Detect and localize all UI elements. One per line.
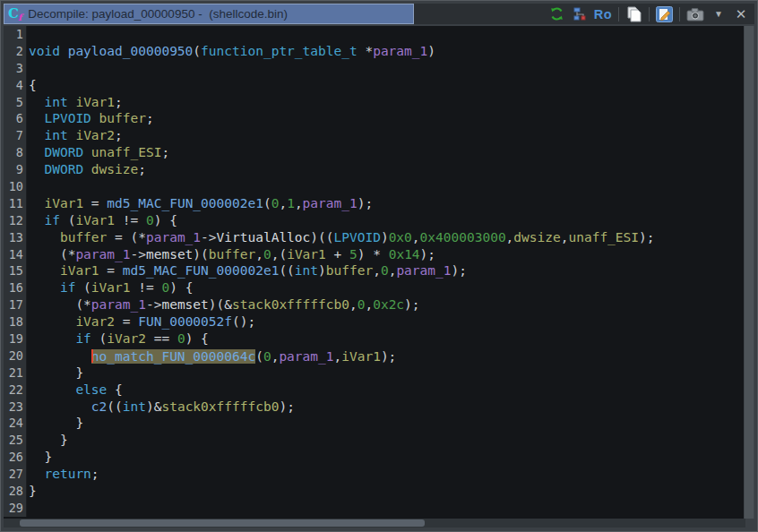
horizontal-scrollbar[interactable] (4, 519, 745, 528)
code-token: buffer (99, 111, 146, 125)
code-line[interactable]: 9 DWORD dwsize; (4, 161, 745, 178)
code-token: } (29, 433, 68, 447)
code-line[interactable]: 22 else { (4, 382, 745, 399)
code-token: iVar1 (91, 280, 131, 295)
code-line[interactable]: 21 } (4, 365, 745, 382)
vertical-scrollbar[interactable] (744, 26, 754, 519)
code-token: , (412, 230, 420, 245)
line-number: 7 (4, 127, 27, 144)
code-token: , (373, 263, 381, 278)
code-token: unaff_ESI (568, 230, 639, 245)
code-token (60, 44, 68, 58)
code-token: )& (146, 399, 161, 414)
code-token (29, 230, 60, 245)
code-token: } (29, 365, 83, 380)
code-line[interactable]: 28} (4, 483, 745, 500)
code-token: int (295, 263, 318, 278)
line-number: 8 (4, 144, 27, 161)
code-token: (( (279, 263, 294, 278)
code-line[interactable]: 11 iVar1 = md5_MAC_FUN_000002e1(0,1,para… (4, 195, 745, 212)
code-token: , (279, 196, 287, 210)
edit-icon[interactable] (656, 5, 673, 23)
code-token: iVar1 (341, 349, 381, 364)
code-line[interactable]: 10 (4, 178, 745, 195)
code-token: , (349, 297, 357, 312)
function-graph-icon[interactable] (572, 5, 588, 23)
code-line[interactable]: 14 (*param_1->memset)(buffer,0,(iVar1 + … (4, 246, 745, 263)
code-line[interactable]: 1 (4, 26, 745, 43)
code-token: iVar1 (75, 213, 115, 227)
line-number: 25 (4, 432, 27, 449)
code-token: * (357, 44, 373, 58)
code-token: 0 (146, 213, 154, 227)
horizontal-scrollbar-thumb[interactable] (20, 519, 425, 527)
code-token: ( (75, 280, 90, 295)
close-icon[interactable]: ✕ (733, 5, 749, 23)
code-line[interactable]: 25 } (4, 432, 745, 449)
code-line[interactable]: 2void payload_00000950(function_ptr_tabl… (4, 43, 745, 60)
code-token: (* (29, 297, 91, 312)
line-number: 4 (4, 77, 27, 94)
readonly-toggle[interactable]: Ro (594, 5, 612, 23)
line-number: 17 (4, 296, 27, 313)
code-line[interactable]: 18 iVar2 = FUN_0000052f(); (4, 313, 745, 330)
code-token: 0x2c (373, 297, 404, 312)
code-line[interactable]: 6 LPVOID buffer; (4, 110, 745, 127)
code-token: function_ptr_table_t (201, 44, 357, 58)
code-token: ); (420, 247, 435, 262)
code-line[interactable]: 4{ (4, 77, 745, 94)
code-token: buffer (209, 247, 255, 262)
code-token (29, 196, 44, 210)
line-number: 14 (4, 246, 27, 263)
snapshot-camera-icon[interactable] (686, 5, 704, 23)
code-token (29, 331, 75, 346)
code-token: ( (91, 331, 107, 346)
code-line[interactable]: 24 } (4, 415, 745, 432)
code-line[interactable]: 16 if (iVar1 != 0) { (4, 279, 745, 296)
code-token (29, 162, 44, 176)
code-token: LPVOID (44, 111, 90, 125)
code-line[interactable]: 13 buffer = (*param_1->VirtualAlloc)((LP… (4, 229, 745, 246)
code-token: ; (146, 111, 154, 125)
code-token: LPVOID (334, 230, 381, 245)
code-line[interactable]: 5 int iVar1; (4, 94, 745, 111)
code-token: int (44, 128, 67, 142)
code-token (83, 145, 91, 159)
chevron-down-icon[interactable]: ▼ (711, 5, 727, 23)
title-active-segment[interactable]: Cf Decompile: payload_00000950 - (shellc… (4, 4, 414, 24)
code-line[interactable]: 20 no_match_FUN_0000064c(0,param_1,iVar1… (4, 348, 745, 365)
code-token: ( (255, 349, 263, 364)
code-line[interactable]: 23 c2((int)&stack0xfffffcb0); (4, 399, 745, 416)
code-line-content: (*param_1->memset)(buffer,0,(iVar1 + 5) … (27, 246, 435, 263)
code-line-content: else { (27, 382, 123, 399)
code-line[interactable]: 17 (*param_1->memset)(&stack0xfffffcb0,0… (4, 296, 745, 313)
code-line[interactable]: 15 iVar1 = md5_MAC_FUN_000002e1((int)buf… (4, 262, 745, 279)
code-token: ) { (185, 331, 209, 346)
line-number: 27 (4, 466, 27, 483)
code-line[interactable]: 3 (4, 60, 745, 77)
code-token: ); (639, 230, 654, 245)
vertical-scrollbar-thumb[interactable] (745, 26, 754, 519)
code-line[interactable]: 8 DWORD unaff_ESI; (4, 144, 745, 161)
code-token: (); (232, 314, 255, 329)
code-line[interactable]: 27 return; (4, 466, 745, 483)
code-line[interactable]: 26 } (4, 449, 745, 466)
code-line[interactable]: 7 int iVar2; (4, 127, 745, 144)
copy-icon[interactable] (625, 5, 642, 23)
decompiler-code-panel[interactable]: 12void payload_00000950(function_ptr_tab… (4, 26, 745, 519)
code-token: 0x0 (389, 230, 412, 245)
code-line[interactable]: 19 if (iVar2 == 0) { (4, 330, 745, 348)
code-token: dwsize (513, 230, 560, 245)
code-line-content: iVar1 = md5_MAC_FUN_000002e1(0,1,param_1… (27, 195, 373, 212)
code-token: iVar2 (75, 128, 115, 142)
code-line-content: (*param_1->memset)(&stack0xfffffcb0,0,0x… (27, 296, 420, 313)
code-token: ; (91, 467, 99, 481)
code-token: { (107, 382, 122, 397)
code-token: unaff_ESI (91, 145, 162, 159)
refresh-icon[interactable] (549, 5, 565, 23)
code-token: ( (60, 213, 75, 227)
code-line[interactable]: 12 if (iVar1 != 0) { (4, 212, 745, 229)
toolbar-separator (649, 7, 650, 21)
code-token: ); (357, 196, 373, 210)
code-line[interactable]: 29 (4, 500, 745, 517)
